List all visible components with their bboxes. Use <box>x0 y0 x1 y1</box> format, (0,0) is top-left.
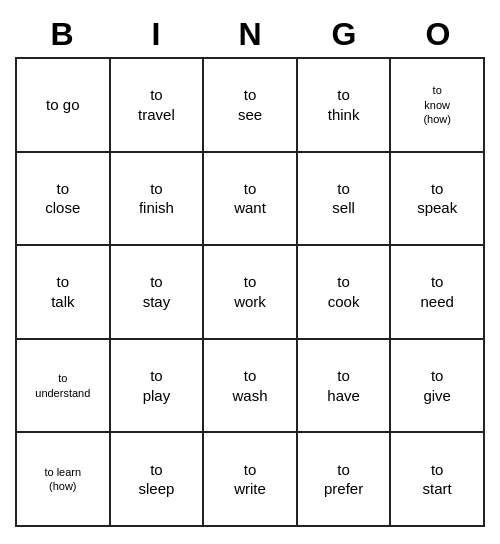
bingo-cell: tofinish <box>111 153 205 247</box>
bingo-cell: tostay <box>111 246 205 340</box>
bingo-cell: to go <box>17 59 111 153</box>
bingo-cell: tocook <box>298 246 392 340</box>
header-letter: I <box>109 12 203 57</box>
bingo-cell: totalk <box>17 246 111 340</box>
header-letter: O <box>391 12 485 57</box>
bingo-grid: to gototraveltoseetothinktoknow(how)tocl… <box>15 57 485 527</box>
bingo-cell: tosell <box>298 153 392 247</box>
bingo-card: BINGO to gototraveltoseetothinktoknow(ho… <box>15 12 485 532</box>
bingo-cell: tohave <box>298 340 392 434</box>
bingo-cell: towork <box>204 246 298 340</box>
header-letter: N <box>203 12 297 57</box>
bingo-cell: tosleep <box>111 433 205 527</box>
bingo-cell: toknow(how) <box>391 59 485 153</box>
bingo-cell: toneed <box>391 246 485 340</box>
bingo-cell: tounderstand <box>17 340 111 434</box>
bingo-cell: tostart <box>391 433 485 527</box>
bingo-cell: towrite <box>204 433 298 527</box>
bingo-cell: toclose <box>17 153 111 247</box>
bingo-cell: to learn(how) <box>17 433 111 527</box>
bingo-header: BINGO <box>15 12 485 57</box>
header-letter: G <box>297 12 391 57</box>
bingo-cell: tothink <box>298 59 392 153</box>
bingo-cell: tospeak <box>391 153 485 247</box>
bingo-cell: toplay <box>111 340 205 434</box>
bingo-cell: totravel <box>111 59 205 153</box>
bingo-cell: towant <box>204 153 298 247</box>
header-letter: B <box>15 12 109 57</box>
bingo-cell: towash <box>204 340 298 434</box>
bingo-cell: togive <box>391 340 485 434</box>
bingo-cell: tosee <box>204 59 298 153</box>
bingo-cell: toprefer <box>298 433 392 527</box>
